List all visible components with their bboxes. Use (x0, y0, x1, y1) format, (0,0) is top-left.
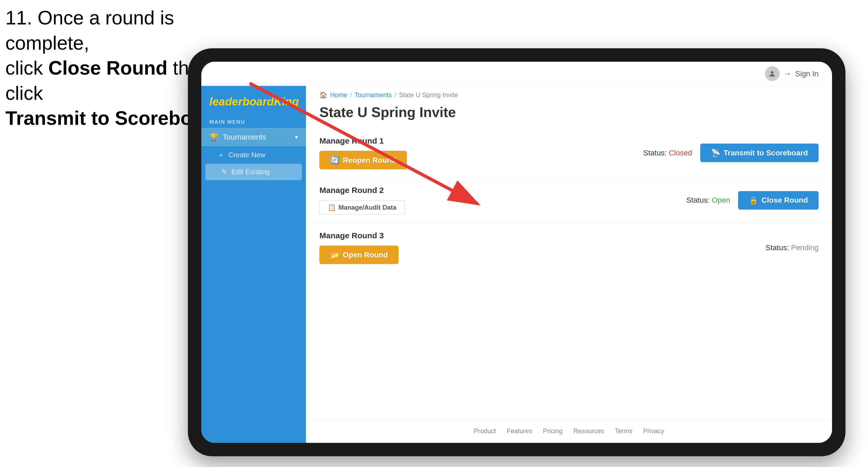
round-section-1: Manage Round 1🔄Reopen RoundStatus: Close… (306, 128, 832, 178)
app-container: leaderboardKing MAIN MENU 🏆 Tournaments … (201, 86, 832, 443)
footer-link-resources[interactable]: Resources (573, 427, 604, 435)
sidebar-item-edit-existing[interactable]: ✎ Edit Existing (205, 164, 302, 180)
footer-link-privacy[interactable]: Privacy (643, 427, 664, 435)
sidebar-logo: leaderboardKing (201, 86, 306, 114)
btn-icon: 🔄 (330, 156, 340, 164)
sidebar-tournaments-label: Tournaments (223, 133, 266, 142)
breadcrumb-current: State U Spring Invite (399, 91, 458, 99)
sign-in-label[interactable]: Sign In (795, 69, 818, 78)
breadcrumb: 🏠 Home / Tournaments / State U Spring In… (306, 86, 832, 101)
breadcrumb-home-icon: 🏠 (319, 91, 328, 99)
breadcrumb-home-link[interactable]: Home (330, 91, 347, 99)
btn2-icon: 🔒 (749, 196, 758, 205)
round-section-3: Manage Round 3📂Open RoundStatus: Pending (306, 223, 832, 272)
top-bar: → Sign In (201, 62, 832, 86)
sign-in-arrow-icon: → (784, 69, 791, 78)
sidebar: leaderboardKing MAIN MENU 🏆 Tournaments … (201, 86, 306, 443)
round-2-status: Status: Open (686, 196, 730, 205)
trophy-icon: 🏆 (209, 132, 219, 142)
edit-icon: ✎ (221, 168, 227, 176)
breadcrumb-sep2: / (394, 91, 396, 99)
footer-link-terms[interactable]: Terms (615, 427, 632, 435)
btn-icon: 📂 (330, 250, 340, 259)
user-avatar-icon (765, 66, 780, 81)
footer: ProductFeaturesPricingResourcesTermsPriv… (306, 419, 832, 443)
round-1-btn2[interactable]: 📡Transmit to Scoreboard (700, 144, 818, 162)
edit-existing-label: Edit Existing (231, 168, 270, 176)
round-1-btn1[interactable]: 🔄Reopen Round (319, 151, 407, 169)
round-2-title: Manage Round 2 (319, 186, 686, 195)
round-1-status: Status: Closed (643, 149, 692, 157)
main-content: 🏠 Home / Tournaments / State U Spring In… (306, 86, 832, 443)
sign-in-area[interactable]: → Sign In (765, 66, 818, 81)
clipboard-icon: 📋 (328, 204, 336, 211)
round-2-btn2[interactable]: 🔒Close Round (738, 191, 818, 210)
logo-text: leaderboardKing (209, 95, 298, 108)
svg-point-0 (771, 71, 774, 74)
breadcrumb-tournaments-link[interactable]: Tournaments (354, 91, 392, 99)
footer-link-features[interactable]: Features (507, 427, 532, 435)
round-section-2: Manage Round 2📋Manage/Audit DataStatus: … (306, 178, 832, 223)
footer-link-product[interactable]: Product (474, 427, 496, 435)
rounds-container: Manage Round 1🔄Reopen RoundStatus: Close… (306, 128, 832, 272)
round-1-title: Manage Round 1 (319, 136, 643, 146)
main-menu-label: MAIN MENU (201, 114, 306, 128)
sidebar-item-create-new[interactable]: ＋ Create New (201, 146, 306, 164)
btn2-icon: 📡 (711, 148, 720, 157)
round-3-title: Manage Round 3 (319, 231, 766, 240)
page-title: State U Spring Invite (306, 101, 832, 128)
round-3-status: Status: Pending (766, 243, 818, 252)
tablet-screen: → Sign In leaderboardKing MAIN MENU 🏆 To… (201, 62, 832, 443)
create-new-label: Create New (228, 151, 265, 159)
round-3-btn1[interactable]: 📂Open Round (319, 246, 399, 264)
sidebar-item-tournaments[interactable]: 🏆 Tournaments ▾ (201, 128, 306, 146)
chevron-down-icon: ▾ (295, 134, 298, 141)
breadcrumb-sep1: / (350, 91, 352, 99)
footer-link-pricing[interactable]: Pricing (543, 427, 563, 435)
round-2-audit-button[interactable]: 📋Manage/Audit Data (319, 200, 405, 215)
plus-icon: ＋ (217, 150, 224, 160)
tablet-device: → Sign In leaderboardKing MAIN MENU 🏆 To… (188, 48, 845, 456)
